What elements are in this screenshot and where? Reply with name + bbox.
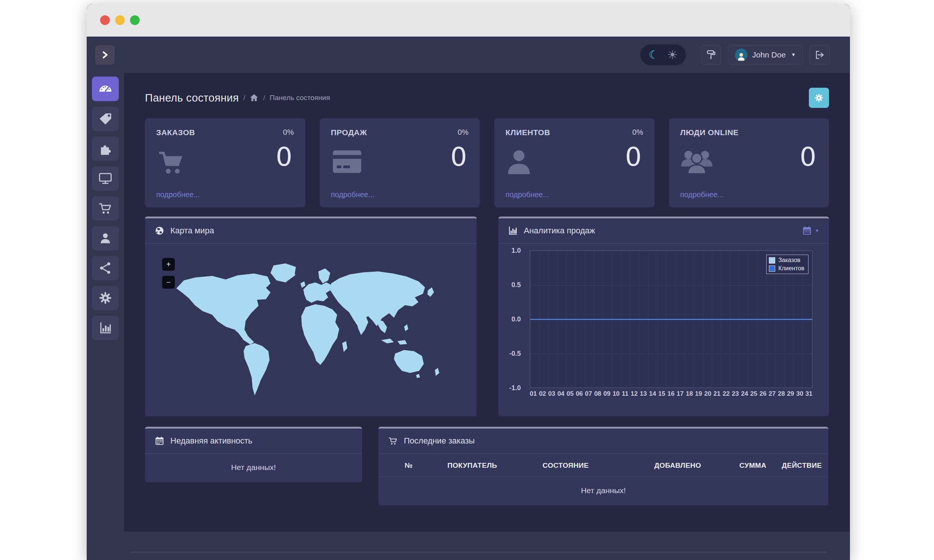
user-menu[interactable]: John Doe ▼ <box>728 45 803 65</box>
cart-icon <box>388 436 398 446</box>
main-content: Панель состояния / / Панель состояния <box>124 73 850 532</box>
stat-card-percent: 0% <box>283 128 294 137</box>
sidebar-item-modules[interactable] <box>92 136 119 161</box>
x-tick-label: 02 <box>539 390 546 398</box>
x-tick-label: 16 <box>667 390 674 398</box>
x-tick-label: 29 <box>787 390 794 398</box>
sidebar-item-settings[interactable] <box>92 286 119 310</box>
x-tick-label: 31 <box>806 390 812 398</box>
y-tick-label: 1.0 <box>512 247 521 254</box>
users-icon <box>680 148 713 177</box>
date-range-dropdown[interactable]: ▼ <box>802 226 819 235</box>
cart-icon <box>98 201 113 215</box>
x-tick-label: 19 <box>695 390 702 398</box>
user-icon <box>506 148 532 177</box>
world-map[interactable]: + − <box>145 244 477 415</box>
stat-card-value: 0 <box>800 142 816 172</box>
stat-card-title: ЗАКАЗОВ <box>156 128 195 137</box>
x-tick-label: 27 <box>769 390 775 398</box>
column-action: ДЕЙСТВИЕ <box>766 462 837 470</box>
chart-plot-area: Заказов Клиентов <box>530 251 812 388</box>
world-map-panel: Карта мира + − <box>145 217 477 416</box>
x-tick-label: 01 <box>530 390 537 398</box>
column-sum: СУММА <box>739 462 766 470</box>
x-tick-label: 15 <box>658 390 665 398</box>
stat-card-orders: ЗАКАЗОВ 0% 0 подробнее... <box>145 118 305 207</box>
stat-card-customers: КЛИЕНТОВ 0% 0 подробнее... <box>494 118 655 207</box>
sidebar <box>87 73 124 560</box>
app-header: ☾ ☀ John Do <box>87 37 850 73</box>
maximize-window-button[interactable] <box>130 15 140 25</box>
middle-panels: Карта мира + − <box>145 217 829 416</box>
stat-card-link[interactable]: подробнее... <box>680 191 724 199</box>
sidebar-item-orders[interactable] <box>92 196 119 221</box>
y-tick-label: 0.0 <box>512 316 521 323</box>
sidebar-item-marketing[interactable] <box>92 256 119 280</box>
chart-legend: Заказов Клиентов <box>766 255 808 274</box>
column-number: № <box>388 462 429 470</box>
sidebar-item-tags[interactable] <box>92 106 119 131</box>
home-icon[interactable] <box>250 93 259 102</box>
user-name: John Doe <box>752 51 786 59</box>
close-window-button[interactable] <box>100 15 110 25</box>
stat-card-title: КЛИЕНТОВ <box>506 128 550 137</box>
legend-label: Клиентов <box>778 265 805 272</box>
theme-toggle[interactable]: ☾ ☀ <box>640 45 686 65</box>
stat-card-value: 0 <box>625 142 642 172</box>
chevron-right-icon <box>100 50 110 60</box>
map-zoom-in-button[interactable]: + <box>162 258 175 271</box>
sidebar-item-customers[interactable] <box>92 226 119 251</box>
panel-title: Карта мира <box>170 226 214 235</box>
logout-icon <box>814 50 825 60</box>
breadcrumb-separator: / <box>263 94 265 102</box>
sidebar-item-design[interactable] <box>92 166 119 191</box>
logout-button[interactable] <box>809 45 830 65</box>
chart-y-axis: 1.00.50.0-0.5-1.0 <box>498 247 525 391</box>
column-status: СОСТОЯНИЕ <box>515 462 616 470</box>
globe-icon <box>155 226 164 235</box>
map-zoom-out-button[interactable]: − <box>162 276 175 289</box>
sales-chart: 1.00.50.0-0.5-1.0 Заказов <box>498 244 829 415</box>
stat-card-link[interactable]: подробнее... <box>506 191 549 199</box>
sidebar-item-reports[interactable] <box>92 315 119 340</box>
x-tick-label: 03 <box>548 390 555 398</box>
breadcrumb-separator: / <box>243 94 245 102</box>
x-tick-label: 09 <box>603 390 610 398</box>
x-tick-label: 25 <box>750 390 757 398</box>
window-titlebar <box>87 4 850 37</box>
stat-card-link[interactable]: подробнее... <box>331 191 375 199</box>
user-icon <box>99 231 112 245</box>
latest-orders-panel: Последние заказы № ПОКУПАТЕЛЬ СОСТОЯНИЕ … <box>378 427 828 506</box>
stat-card-percent: 0% <box>458 128 469 137</box>
sidebar-item-dashboard[interactable] <box>92 77 119 101</box>
x-tick-label: 04 <box>557 390 564 398</box>
dashboard-settings-button[interactable] <box>809 88 829 108</box>
gear-icon <box>99 291 112 305</box>
panel-title: Последние заказы <box>404 436 475 446</box>
chart-series-line <box>530 319 812 320</box>
bar-chart-icon <box>99 321 112 334</box>
theme-customize-button[interactable] <box>701 45 721 65</box>
x-tick-label: 21 <box>714 390 721 398</box>
stat-cards: ЗАКАЗОВ 0% 0 подробнее... ПРОДАЖ <box>145 118 829 207</box>
sales-analytics-panel: Аналитика продаж <box>498 217 829 416</box>
moon-icon[interactable]: ☾ <box>649 48 659 61</box>
sun-icon[interactable]: ☀ <box>667 48 678 62</box>
credit-card-icon <box>331 148 363 176</box>
x-tick-label: 23 <box>732 390 739 398</box>
puzzle-icon <box>98 142 113 156</box>
window-controls <box>100 15 140 25</box>
stat-card-online: ЛЮДИ ONLINE 0 подробнее... <box>669 118 829 207</box>
sidebar-expand-button[interactable] <box>95 45 115 65</box>
cart-icon <box>156 148 188 177</box>
minimize-window-button[interactable] <box>115 15 125 25</box>
stat-card-link[interactable]: подробнее... <box>156 191 200 199</box>
calendar-icon <box>155 436 164 446</box>
header-actions: ☾ ☀ John Do <box>640 45 830 65</box>
x-tick-label: 28 <box>778 390 785 398</box>
recent-activity-panel: Недавняя активность Нет данных! <box>145 427 362 482</box>
x-tick-label: 11 <box>622 390 629 398</box>
page-title: Панель состояния <box>145 92 239 104</box>
x-tick-label: 13 <box>640 390 647 398</box>
caret-down-icon: ▼ <box>815 228 819 233</box>
